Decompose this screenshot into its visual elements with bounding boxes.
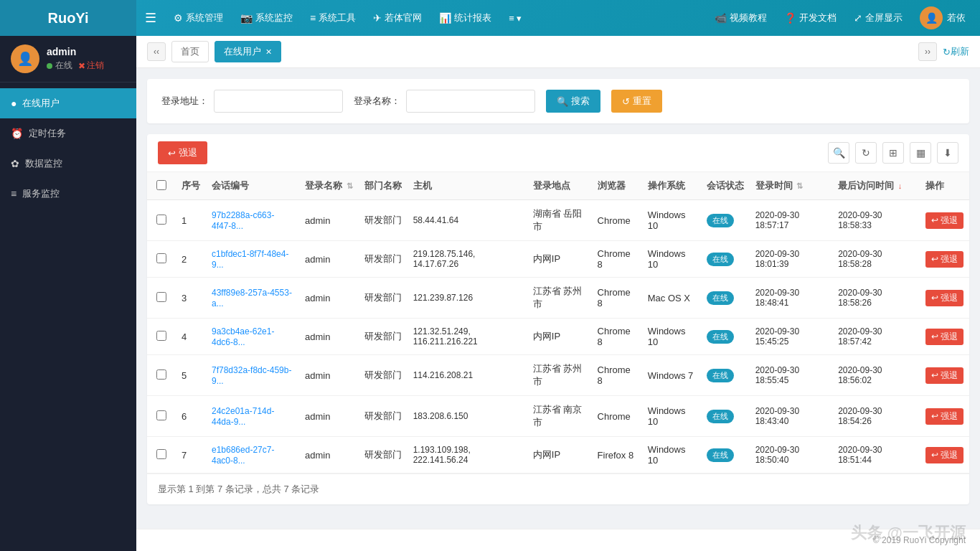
grid-tool-button[interactable]: ▦ (910, 142, 931, 164)
table-row: 5 7f78d32a-f8dc-459b-9... admin 研发部门 114… (147, 355, 969, 396)
row-force-exit-button[interactable]: ↩ 强退 (925, 212, 963, 229)
row-select-checkbox[interactable] (156, 215, 166, 225)
status-badge: 在线 (707, 214, 734, 227)
col-login-name[interactable]: 登录名称 ⇅ (299, 172, 359, 200)
refresh-tool-button[interactable]: ↻ (855, 142, 877, 164)
col-last-visit[interactable]: 最后访问时间 ↓ (832, 172, 919, 200)
breadcrumb-home[interactable]: 首页 (171, 41, 209, 62)
row-login-name: admin (299, 319, 359, 355)
nav-user-menu[interactable]: 👤 若依 (911, 0, 974, 36)
col-login-time[interactable]: 登录时间 ⇅ (750, 172, 832, 200)
row-action: ↩ 强退 (920, 437, 969, 474)
nav-fullscreen[interactable]: ⤢ 全屏显示 (845, 0, 911, 36)
row-session: c1bfdec1-8f7f-48e4-9... (206, 241, 299, 278)
col-session: 会话编号 (206, 172, 299, 200)
row-force-exit-button[interactable]: ↩ 强退 (925, 251, 963, 268)
nav-forward-button[interactable]: ›› (918, 42, 937, 61)
row-select-checkbox[interactable] (156, 410, 166, 420)
sidebar-item-service-monitor[interactable]: ≡ 服务监控 (0, 179, 136, 209)
close-tab-icon[interactable]: ✕ (265, 47, 272, 57)
logout-button[interactable]: ✖ 注销 (78, 60, 104, 72)
download-tool-button[interactable]: ⬇ (937, 142, 958, 164)
session-link[interactable]: e1b686ed-27c7-4ac0-8... (212, 445, 274, 466)
table-row: 6 24c2e01a-714d-44da-9... admin 研发部门 183… (147, 396, 969, 437)
row-select-checkbox[interactable] (156, 449, 166, 459)
nav-back-button[interactable]: ‹‹ (147, 42, 166, 61)
sidebar-item-scheduled-tasks[interactable]: ⏰ 定时任务 (0, 118, 136, 149)
row-index: 5 (176, 355, 206, 396)
row-browser: Firefox 8 (592, 437, 642, 474)
row-force-exit-button[interactable]: ↩ 强退 (925, 329, 963, 345)
row-status: 在线 (701, 437, 750, 474)
session-link[interactable]: 9a3cb4ae-62e1-4dc6-8... (212, 326, 274, 347)
row-checkbox[interactable] (147, 278, 176, 319)
row-force-exit-button[interactable]: ↩ 强退 (925, 408, 963, 425)
nav-stats-report[interactable]: 📊 统计报表 (430, 0, 500, 36)
user-avatar: 👤 (11, 44, 39, 73)
breadcrumb-current[interactable]: 在线用户 ✕ (215, 41, 281, 62)
search-tool-button[interactable]: 🔍 (828, 142, 849, 164)
row-force-exit-button[interactable]: ↩ 强退 (925, 367, 963, 384)
sidebar-item-data-monitor[interactable]: ✿ 数据监控 (0, 149, 136, 179)
login-name-group: 登录名称： (354, 90, 535, 113)
nav-dev-docs[interactable]: ❓ 开发文档 (776, 0, 845, 36)
reset-button[interactable]: ↺ 重置 (611, 90, 662, 113)
row-checkbox[interactable] (147, 319, 176, 355)
row-checkbox[interactable] (147, 355, 176, 396)
row-host: 121.239.87.126 (407, 278, 527, 319)
row-dept: 研发部门 (359, 278, 407, 319)
online-users-icon: ● (11, 98, 17, 109)
refresh-button[interactable]: ↻ 刷新 (943, 45, 969, 58)
row-action: ↩ 强退 (920, 396, 969, 437)
reset-icon: ↺ (622, 96, 630, 107)
table-row: 4 9a3cb4ae-62e1-4dc6-8... admin 研发部门 121… (147, 319, 969, 355)
login-name-input[interactable] (406, 90, 535, 113)
nav-system-manage[interactable]: ⚙ 系统管理 (165, 0, 232, 36)
session-link[interactable]: 43ff89e8-257a-4553-a... (212, 288, 292, 309)
table-row: 2 c1bfdec1-8f7f-48e4-9... admin 研发部门 219… (147, 241, 969, 278)
table-toolbar: 强退 🔍 ↻ ⊞ ▦ (147, 134, 969, 172)
nav-system-tools[interactable]: ≡ 系统工具 (301, 0, 364, 36)
row-host: 1.193.109.198, 222.141.56.24 (407, 437, 527, 474)
row-checkbox[interactable] (147, 437, 176, 474)
row-last-visit: 2020-09-30 18:57:42 (832, 319, 919, 355)
row-select-checkbox[interactable] (156, 292, 166, 302)
search-form: 登录地址： 登录名称： 🔍 搜索 ↺ 重置 (147, 79, 969, 123)
columns-tool-icon: ⊞ (889, 147, 897, 159)
row-force-exit-button[interactable]: ↩ 强退 (925, 447, 963, 463)
search-button[interactable]: 🔍 搜索 (546, 90, 600, 113)
row-session: 24c2e01a-714d-44da-9... (206, 396, 299, 437)
row-dept: 研发部门 (359, 437, 407, 474)
table-area: 强退 🔍 ↻ ⊞ ▦ (147, 134, 969, 504)
nav-video-tutorial[interactable]: 📹 视频教程 (706, 0, 776, 36)
sidebar-item-online-users[interactable]: ● 在线用户 (0, 88, 136, 118)
row-session: 7f78d32a-f8dc-459b-9... (206, 355, 299, 396)
user-name: admin (47, 46, 104, 57)
row-checkbox[interactable] (147, 396, 176, 437)
row-select-checkbox[interactable] (156, 331, 166, 341)
session-link[interactable]: 97b2288a-c663-4f47-8... (212, 210, 274, 231)
nav-system-monitor[interactable]: 📷 系统监控 (232, 0, 301, 36)
session-link[interactable]: c1bfdec1-8f7f-48e4-9... (212, 249, 288, 270)
row-checkbox[interactable] (147, 241, 176, 278)
avatar: 👤 (920, 6, 943, 29)
columns-tool-button[interactable]: ⊞ (882, 142, 904, 164)
row-os: Windows 10 (642, 396, 701, 437)
row-force-exit-button[interactable]: ↩ 强退 (925, 290, 963, 306)
row-login-time: 2020-09-30 15:45:25 (750, 319, 832, 355)
row-checkbox[interactable] (147, 200, 176, 241)
nav-toggle[interactable]: ☰ (136, 0, 165, 36)
col-status: 会话状态 (701, 172, 750, 200)
force-exit-button[interactable]: 强退 (158, 141, 207, 164)
session-link[interactable]: 7f78d32a-f8dc-459b-9... (212, 365, 291, 386)
row-browser: Chrome 8 (592, 278, 642, 319)
nav-more[interactable]: ≡ ▾ (500, 0, 530, 36)
nav-ruoyi-official[interactable]: ✈ 若体官网 (364, 0, 430, 36)
row-host: 114.216.208.21 (407, 355, 527, 396)
login-addr-input[interactable] (214, 90, 343, 113)
row-login-time: 2020-09-30 18:48:41 (750, 278, 832, 319)
row-select-checkbox[interactable] (156, 369, 166, 380)
select-all-checkbox[interactable] (156, 180, 166, 190)
row-select-checkbox[interactable] (156, 253, 166, 263)
session-link[interactable]: 24c2e01a-714d-44da-9... (212, 406, 274, 427)
